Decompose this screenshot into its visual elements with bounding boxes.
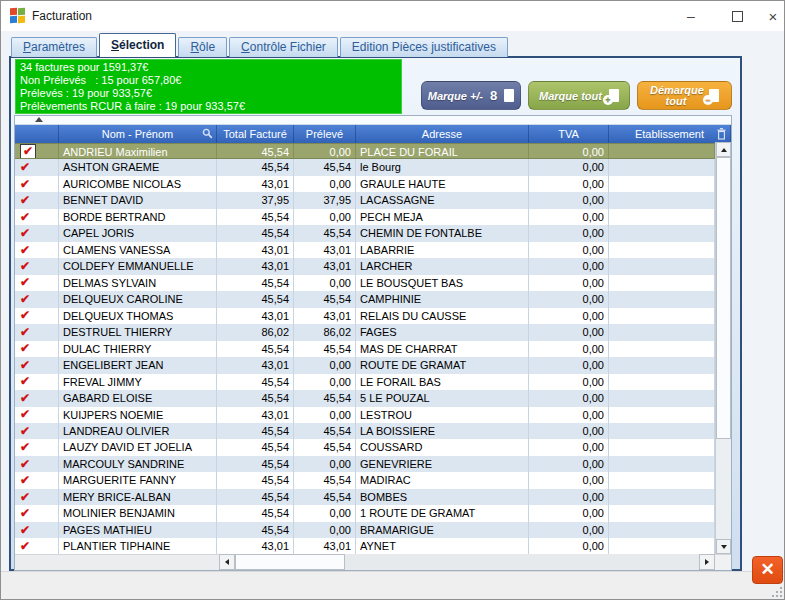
cell-adresse: BOMBES: [356, 489, 529, 505]
table-row[interactable]: ✔ENGELIBERT JEAN43,010,00ROUTE DE GRAMAT…: [15, 357, 715, 373]
table-row[interactable]: ✔CAPEL JORIS45,5445,54CHEMIN DE FONTALBE…: [15, 225, 715, 241]
table-row[interactable]: ✔AURICOMBE NICOLAS43,010,00GRAULE HAUTE0…: [15, 176, 715, 192]
table-row[interactable]: ✔FREVAL JIMMY45,540,00LE FORAIL BAS0,00: [15, 374, 715, 390]
table-row[interactable]: ✔DELQUEUX CAROLINE45,5445,54CAMPHINIE0,0…: [15, 291, 715, 307]
tab-controle-fichier[interactable]: Contrôle Fichier: [229, 37, 338, 57]
mark-toggle-button[interactable]: Marque +/- 8: [421, 81, 521, 110]
table-row[interactable]: ✔ASHTON GRAEME45,5445,54le Bourg0,00: [15, 159, 715, 175]
cell-nom-prenom: GABARD ELOISE: [59, 390, 217, 406]
cell-nom-prenom: ENGELIBERT JEAN: [59, 357, 217, 373]
tab-edition-pieces[interactable]: Edition Pièces justificatives: [340, 37, 508, 57]
table-row[interactable]: ✔KUIJPERS NOEMIE43,010,00LESTROU0,00: [15, 407, 715, 423]
row-checkbox[interactable]: ✔: [15, 456, 59, 472]
row-checkbox[interactable]: ✔: [15, 472, 59, 488]
cell-adresse: CAMPHINIE: [356, 291, 529, 307]
cell-preleve: 0,00: [294, 357, 356, 373]
cell-total-facture: 45,54: [217, 374, 294, 390]
row-checkbox[interactable]: ✔: [15, 341, 59, 357]
row-checkbox[interactable]: ✔: [15, 242, 59, 258]
row-checkbox[interactable]: ✔: [15, 192, 59, 208]
col-header-adresse[interactable]: Adresse: [356, 125, 529, 143]
tab-parametres[interactable]: Paramètres: [11, 37, 97, 57]
summary-line: Non Prélevés : 15 pour 657,80€: [20, 74, 397, 87]
tab-role[interactable]: Rôle: [178, 37, 227, 57]
scroll-down-arrow[interactable]: [716, 539, 731, 554]
scroll-up-arrow[interactable]: [716, 142, 731, 157]
table-row[interactable]: ✔DULAC THIERRY45,5445,54MAS DE CHARRAT0,…: [15, 341, 715, 357]
close-form-button[interactable]: ✕: [752, 556, 783, 584]
close-window-icon[interactable]: ×: [760, 1, 785, 31]
cell-nom-prenom: CLAMENS VANESSA: [59, 242, 217, 258]
col-header-label: Nom - Prénom: [102, 128, 174, 140]
tab-selection[interactable]: Sélection: [99, 33, 176, 57]
sort-indicator-icon[interactable]: [35, 117, 43, 122]
col-header-check[interactable]: [15, 125, 59, 143]
col-header-preleve[interactable]: Prélevé: [294, 125, 356, 143]
table-row[interactable]: ✔BORDE BERTRAND45,540,00PECH MEJA0,00: [15, 209, 715, 225]
row-checkbox[interactable]: ✔: [15, 258, 59, 274]
table-row[interactable]: ✔CLAMENS VANESSA43,0143,01LABARRIE0,00: [15, 242, 715, 258]
vertical-scroll-thumb[interactable]: [716, 157, 731, 439]
cell-adresse: 1 ROUTE DE GRAMAT: [356, 505, 529, 521]
row-checkbox[interactable]: ✔: [15, 144, 59, 158]
table-row[interactable]: ✔COLDEFY EMMANUELLE43,0143,01LARCHER0,00: [15, 258, 715, 274]
unmark-all-minus-icon: −: [709, 89, 719, 102]
trash-icon[interactable]: [717, 128, 726, 142]
cell-etablissement: [609, 341, 715, 357]
table-row[interactable]: ✔DELMAS SYLVAIN45,540,00LE BOUSQUET BAS0…: [15, 275, 715, 291]
cell-tva: 0,00: [529, 144, 609, 158]
row-checkbox[interactable]: ✔: [15, 324, 59, 340]
minimize-icon[interactable]: –: [668, 1, 714, 31]
table-row[interactable]: ✔MERY BRICE-ALBAN45,5445,54BOMBES0,00: [15, 489, 715, 505]
mark-all-button[interactable]: Marque tout +: [528, 81, 630, 110]
table-row[interactable]: ✔MARGUERITE FANNY45,5445,54MADIRAC0,00: [15, 472, 715, 488]
row-checkbox[interactable]: ✔: [15, 538, 59, 554]
vertical-scrollbar[interactable]: [715, 142, 731, 554]
horizontal-scroll-track[interactable]: [235, 554, 699, 570]
col-header-etablissement[interactable]: Etablissement: [609, 125, 731, 143]
row-checkbox[interactable]: ✔: [15, 275, 59, 291]
col-header-tva[interactable]: TVA: [529, 125, 609, 143]
table-row[interactable]: ✔LAUZY DAVID ET JOELIA45,5445,54COUSSARD…: [15, 439, 715, 455]
row-checkbox[interactable]: ✔: [15, 291, 59, 307]
table-row[interactable]: ✔GABARD ELOISE45,5445,545 LE POUZAL0,00: [15, 390, 715, 406]
unmark-all-button[interactable]: Démarque tout −: [637, 81, 732, 110]
row-checkbox[interactable]: ✔: [15, 374, 59, 390]
row-checkbox[interactable]: ✔: [15, 159, 59, 175]
scroll-left-arrow[interactable]: [219, 554, 235, 570]
row-checkbox[interactable]: ✔: [15, 390, 59, 406]
table-row[interactable]: ✔MOLINIER BENJAMIN45,540,001 ROUTE DE GR…: [15, 505, 715, 521]
table-row[interactable]: ✔DESTRUEL THIERRY86,0286,02FAGES0,00: [15, 324, 715, 340]
table-row[interactable]: ✔LANDREAU OLIVIER45,5445,54LA BOISSIERE0…: [15, 423, 715, 439]
row-checkbox[interactable]: ✔: [15, 407, 59, 423]
table-row[interactable]: ✔ANDRIEU Maximilien45,540,00PLACE DU FOR…: [15, 143, 715, 159]
maximize-box: [732, 11, 743, 22]
col-header-total-facture[interactable]: Total Facturé: [217, 125, 294, 143]
search-icon[interactable]: [202, 128, 213, 141]
maximize-icon[interactable]: [714, 1, 760, 31]
row-checkbox[interactable]: ✔: [15, 522, 59, 538]
table-row[interactable]: ✔PLANTIER TIPHAINE43,0143,01AYNET0,00: [15, 538, 715, 554]
row-checkbox[interactable]: ✔: [15, 176, 59, 192]
table-row[interactable]: ✔MARCOULY SANDRINE45,540,00GENEVRIERE0,0…: [15, 456, 715, 472]
table-row[interactable]: ✔PAGES MATHIEU45,540,00BRAMARIGUE0,00: [15, 522, 715, 538]
cell-adresse: LESTROU: [356, 407, 529, 423]
row-checkbox[interactable]: ✔: [15, 439, 59, 455]
row-checkbox[interactable]: ✔: [15, 308, 59, 324]
summary-line: 34 factures pour 1591,37€: [20, 61, 397, 74]
row-checkbox[interactable]: ✔: [15, 505, 59, 521]
resize-grip[interactable]: [771, 586, 783, 598]
scroll-right-arrow[interactable]: [699, 554, 715, 570]
row-checkbox[interactable]: ✔: [15, 489, 59, 505]
row-checkbox[interactable]: ✔: [15, 423, 59, 439]
row-checkbox[interactable]: ✔: [15, 357, 59, 373]
row-checkbox[interactable]: ✔: [15, 209, 59, 225]
col-header-nom-prenom[interactable]: Nom - Prénom: [59, 125, 217, 143]
row-checkbox[interactable]: ✔: [15, 225, 59, 241]
cell-preleve: 0,00: [294, 209, 356, 225]
table-row[interactable]: ✔BENNET DAVID37,9537,95LACASSAGNE0,00: [15, 192, 715, 208]
horizontal-scroll-thumb[interactable]: [235, 554, 345, 570]
cell-adresse: GENEVRIERE: [356, 456, 529, 472]
table-row[interactable]: ✔DELQUEUX THOMAS43,0143,01RELAIS DU CAUS…: [15, 308, 715, 324]
check-icon: ✔: [20, 441, 30, 454]
